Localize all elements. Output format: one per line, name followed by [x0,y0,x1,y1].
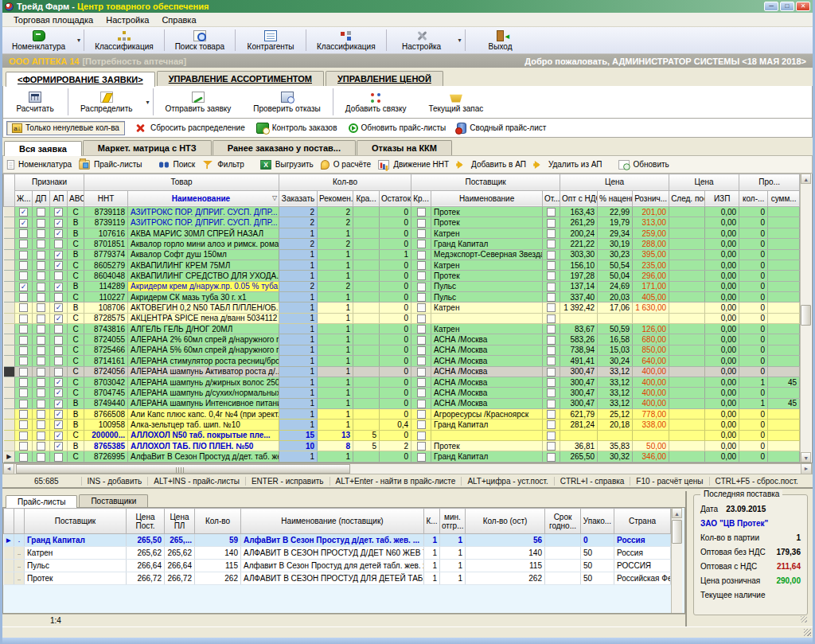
multiplicity-cell[interactable] [353,356,380,366]
product-name-cell[interactable]: АКВАПИЛИНГ КРЕМ 75МЛ [128,260,279,270]
flag-zh-checkbox[interactable] [19,336,28,345]
supplier-cell[interactable]: Пульс [25,560,127,572]
flag-zh-cell[interactable] [15,451,33,463]
abc-class-cell[interactable]: C [68,271,84,281]
flag-ot-checkbox[interactable] [547,378,556,387]
flag-kr-cell[interactable] [411,217,431,228]
flag-zh-cell[interactable] [15,430,33,440]
flag-zh-checkbox[interactable] [19,400,28,408]
sales-qty-cell[interactable]: 0 [739,366,768,377]
pricelist-column-header[interactable]: К... [424,509,440,534]
table-row[interactable]: ✓B8766508Али Капс плюс капс. 0,4г №4 (пр… [4,408,800,419]
table-row[interactable]: ..Пульс266,64266,64115Алфавит В Сезон Пр… [4,560,671,572]
grid-column-header[interactable]: Кр... [411,190,431,207]
markup-percent-cell[interactable]: 20,18 [598,420,633,430]
supplier-product-name-cell[interactable]: АЛФАВИТ В СЕЗОН ПРОСТУД ДЛЯ ДЕТЕЙ ТАБ. Ж… [241,572,424,585]
grid-group-header[interactable]: Товар [84,174,279,191]
sales-qty-cell[interactable]: 0 [739,260,768,270]
retail-price-cell[interactable]: 400,00 [633,388,669,398]
flag-kr-cell[interactable] [411,313,431,323]
stock-qty-cell[interactable]: 262 [466,572,545,585]
wholesale-price-cell[interactable] [560,313,598,323]
pricelist-column-header[interactable]: Страна [614,509,671,534]
flag-ot-cell[interactable] [543,366,560,377]
sales-sum-cell[interactable] [768,388,800,398]
next-supply-cell[interactable] [669,441,705,451]
sales-sum-cell[interactable]: 45 [768,398,800,408]
flag-ot-checkbox[interactable] [547,251,556,260]
flag-dp-checkbox[interactable] [37,303,45,312]
flag-ot-checkbox[interactable] [547,283,556,291]
izp-cell[interactable]: 0,00 [705,408,739,419]
recommended-qty-cell[interactable]: 2 [318,281,353,291]
sales-qty-cell[interactable]: 0 [739,388,768,398]
markup-percent-cell[interactable]: 50,04 [598,271,633,281]
flag-ap-cell[interactable] [50,345,68,355]
flag-dp-checkbox[interactable] [37,378,45,387]
remainder-cell[interactable]: 0 [380,292,411,302]
sales-qty-cell[interactable]: 0 [739,324,768,334]
multiplicity-cell[interactable] [353,398,380,408]
supplier-name-cell[interactable]: АСНА /Москва [431,377,543,387]
izp-cell[interactable]: 0,00 [705,217,739,228]
grid-vertical-scrollbar[interactable]: ▲ ▼ [800,174,811,463]
sales-qty-cell[interactable]: 0 [739,292,768,302]
flag-ap-checkbox[interactable] [54,357,63,365]
sales-sum-cell[interactable] [768,228,800,238]
nnt-code-cell[interactable]: 8704745 [84,388,128,398]
izp-cell[interactable]: 0,00 [705,249,739,260]
product-name-cell[interactable]: АЛЕРАНА 5% 60мл спрей д/наружного п... [128,345,279,355]
remainder-cell[interactable]: 0 [380,302,411,313]
sales-qty-cell[interactable]: 0 [739,430,768,440]
refresh-pricelists-button[interactable]: Обновить прайс-листы [347,123,448,134]
remainder-cell[interactable]: 0 [380,271,411,281]
nnt-code-cell[interactable]: 8714161 [84,356,128,366]
order-qty-cell[interactable]: 2 [279,239,318,249]
order-qty-cell[interactable]: 1 [279,260,318,270]
nnt-code-cell[interactable]: 8728575 [84,313,128,323]
flag-dp-cell[interactable] [33,228,50,238]
flag-ot-cell[interactable] [543,228,560,238]
flag-dp-checkbox[interactable] [37,442,45,451]
flag-dp-cell[interactable] [33,334,50,345]
next-supply-cell[interactable] [669,324,705,334]
supplier-name-cell[interactable]: Протек [431,441,543,451]
order-qty-cell[interactable]: 1 [279,292,318,302]
wholesale-price-cell[interactable]: 261,29 [560,217,598,228]
recommended-qty-cell[interactable]: 1 [318,398,353,408]
flag-zh-checkbox[interactable] [19,346,28,355]
product-name-cell[interactable]: АЛГЕЛЬ ГЕЛЬ Д/НОГ 20МЛ [128,324,279,334]
grid-horizontal-scrollbar[interactable]: ◄ ► [2,463,813,474]
flag-ap-cell[interactable] [50,366,68,377]
next-supply-cell[interactable] [669,292,705,302]
filter-button[interactable]: Фильтр [201,159,244,170]
abc-class-cell[interactable]: B [68,281,84,291]
izp-cell[interactable]: 0,00 [705,356,739,366]
table-row[interactable]: ▶.Гранд Капитал265,50265,...59АлфаВит В … [4,534,671,547]
nnt-code-cell[interactable]: 8605279 [84,260,128,270]
flag-ap-cell[interactable]: ✓ [50,377,68,387]
grid-group-header[interactable]: Поставщик [411,174,560,191]
markup-percent-cell[interactable]: 33,12 [598,366,633,377]
flag-ap-cell[interactable] [50,324,68,334]
flag-kr-cell[interactable] [411,249,431,260]
supplier-cell[interactable]: Катрен [25,547,127,560]
grid-column-header[interactable]: Наименование [431,190,543,207]
flag-ot-cell[interactable] [543,398,560,408]
flag-kr-cell[interactable] [411,388,431,398]
flag-ap-cell[interactable]: ✓ [50,207,68,217]
flag-kr-checkbox[interactable] [417,261,426,270]
flag-dp-checkbox[interactable] [37,283,45,291]
distribute-button[interactable]: Распределить [69,86,144,118]
flag-dp-cell[interactable] [33,271,50,281]
supplier-name-cell[interactable]: Протек [431,217,543,228]
order-qty-cell[interactable]: 1 [279,271,318,281]
supplier-product-name-cell[interactable]: АЛФАВИТ В СЕЗОН ПРОСТУД Д/ДЕТ N60 ЖЕВ ТА… [241,547,424,560]
markup-percent-cell[interactable]: 20,03 [598,292,633,302]
flag-zh-cell[interactable] [15,398,33,408]
supplier-cell[interactable]: Гранд Капитал [25,534,127,547]
nnt-code-cell[interactable]: 8739119 [84,217,128,228]
flag-dp-checkbox[interactable] [37,410,45,419]
grid-column-header[interactable]: Ж... [15,190,33,207]
supplier-product-name-cell[interactable]: АлфаВит В Сезон Простуд д/дет. таб. жев.… [241,534,424,547]
